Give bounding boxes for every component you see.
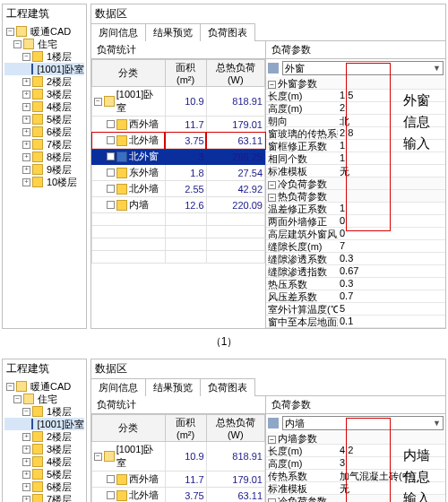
prop-row[interactable]: 窗中至本层地面距0.1 — [266, 316, 445, 328]
prop-group[interactable]: −外窗参数 — [266, 77, 445, 90]
plus-icon[interactable]: + — [22, 166, 30, 174]
tree-floor[interactable]: +10楼层 — [4, 176, 84, 188]
tree-house[interactable]: −住宅 — [4, 38, 84, 50]
prop-row[interactable]: 缝隙渗透系数0.3 — [266, 253, 445, 265]
table-row[interactable]: −[1001]卧室10.9818.91 — [92, 442, 265, 472]
tree-floor[interactable]: +8楼层 — [4, 151, 84, 163]
floor-icon — [32, 139, 43, 150]
tab[interactable]: 结果预览 — [145, 378, 201, 396]
plus-icon[interactable]: + — [22, 103, 30, 111]
data-panel: 数据区房间信息结果预览负荷图表负荷统计分类面积(m²)总热负荷(W)−[1001… — [90, 4, 446, 329]
tab[interactable]: 负荷图表 — [200, 378, 255, 396]
table-row — [92, 226, 265, 238]
tree-floor[interactable]: +9楼层 — [4, 163, 84, 176]
table-row[interactable]: 内墙12.6220.09 — [92, 197, 265, 213]
plus-icon[interactable]: + — [22, 116, 30, 124]
prop-row[interactable]: 室外计算温度(℃)5 — [266, 303, 445, 316]
prop-row[interactable]: 风压差系数0.7 — [266, 290, 445, 303]
plus-icon[interactable]: + — [22, 496, 30, 503]
prop-row[interactable]: 高层建筑外窗风力0 — [266, 228, 445, 240]
tree-floor[interactable]: +7楼层 — [4, 493, 84, 502]
prop-group[interactable]: −冷负荷参数 — [266, 177, 445, 190]
tabs: 房间信息结果预览负荷图表 — [91, 378, 445, 396]
plus-icon[interactable]: + — [22, 178, 30, 186]
tree-root[interactable]: −暖通CAD — [4, 380, 84, 393]
prop-row[interactable]: 缝隙长度(m)7 — [266, 240, 445, 253]
prop-row[interactable]: 缝隙渗透指数0.67 — [266, 265, 445, 278]
table-row[interactable]: 西外墙11.7179.01 — [92, 472, 265, 488]
load-table: 分类面积(m²)总热负荷(W)−[1001]卧室10.9818.91西外墙11.… — [91, 59, 265, 264]
plus-icon[interactable]: + — [22, 141, 30, 149]
tree-floor[interactable]: −1楼层 — [4, 405, 84, 418]
minus-icon[interactable]: − — [268, 81, 276, 89]
minus-icon[interactable]: − — [22, 53, 30, 61]
param-dropdown[interactable]: 外窗▼ — [266, 59, 445, 77]
plus-icon[interactable]: + — [22, 78, 30, 86]
plus-icon[interactable]: + — [22, 91, 30, 99]
dash-icon — [107, 201, 115, 209]
table-row[interactable]: 北外墙2.5542.92 — [92, 181, 265, 197]
minus-icon[interactable]: − — [13, 395, 22, 403]
minus-icon[interactable]: − — [6, 383, 14, 391]
plus-icon[interactable]: + — [22, 446, 30, 454]
minus-icon[interactable]: − — [22, 408, 30, 416]
prop-group[interactable]: −热负荷参数 — [266, 190, 445, 203]
tree-floor[interactable]: −1楼层 — [4, 50, 84, 63]
prop-row[interactable]: 相同个数1 — [266, 152, 445, 165]
table-row[interactable]: −[1001]卧室10.9818.91 — [92, 87, 265, 117]
table-row[interactable]: 北外窗3286.25 — [92, 149, 265, 165]
load-table: 分类面积(m²)总热负荷(W)−[1001]卧室10.9818.91西外墙11.… — [91, 414, 265, 502]
tree-room[interactable]: [1001]卧室 — [4, 418, 84, 430]
minus-icon[interactable]: − — [6, 28, 14, 36]
tab[interactable]: 房间信息 — [90, 378, 146, 396]
minus-icon[interactable]: − — [268, 436, 276, 444]
minus-icon[interactable]: − — [13, 40, 22, 48]
tree-floor[interactable]: +5楼层 — [4, 468, 84, 480]
prop-row[interactable]: 温差修正系数1 — [266, 203, 445, 215]
tree-floor[interactable]: +7楼层 — [4, 138, 84, 151]
table-row[interactable]: 北外墙3.7563.11 — [92, 488, 265, 503]
param-dropdown[interactable]: 内墙▼ — [266, 414, 445, 432]
tree-floor[interactable]: +3楼层 — [4, 443, 84, 455]
plus-icon[interactable]: + — [22, 458, 30, 466]
folder-icon — [16, 381, 27, 392]
tree-floor[interactable]: +2楼层 — [4, 430, 84, 443]
dash-icon — [107, 152, 115, 160]
minus-icon[interactable]: − — [268, 498, 276, 502]
plus-icon[interactable]: + — [22, 153, 30, 161]
plus-icon[interactable]: + — [22, 433, 30, 441]
row-icon — [116, 200, 127, 211]
prop-row[interactable]: 两面外墙修正0 — [266, 215, 445, 228]
plus-icon[interactable]: + — [22, 471, 30, 479]
floor-icon — [32, 89, 43, 100]
tree-floor[interactable]: +5楼层 — [4, 113, 84, 126]
prop-row[interactable]: 热压系数0.3 — [266, 278, 445, 290]
tree-root[interactable]: −暖通CAD — [4, 25, 84, 38]
row-icon — [116, 135, 127, 146]
tree-floor[interactable]: +2楼层 — [4, 75, 84, 88]
table-row[interactable]: 北外墙3.7563.11 — [92, 133, 265, 149]
table-row[interactable]: 西外墙11.7179.01 — [92, 117, 265, 133]
row-icon — [116, 119, 127, 130]
plus-icon[interactable]: + — [22, 483, 30, 491]
prop-row[interactable]: 标准模板无 — [266, 165, 445, 177]
tree-floor[interactable]: +6楼层 — [4, 480, 84, 493]
plus-icon[interactable]: + — [22, 128, 30, 136]
tree-floor[interactable]: +3楼层 — [4, 88, 84, 100]
dropdown-icon — [268, 63, 279, 74]
tree-floor[interactable]: +4楼层 — [4, 100, 84, 113]
minus-icon[interactable]: − — [268, 181, 276, 189]
minus-icon[interactable]: − — [268, 194, 276, 202]
prop-group[interactable]: −内墙参数 — [266, 432, 445, 445]
tab[interactable]: 结果预览 — [145, 23, 201, 41]
tree-room[interactable]: [1001]卧室 — [4, 63, 84, 75]
tree-floor[interactable]: +4楼层 — [4, 455, 84, 468]
row-icon — [116, 151, 127, 162]
table-row[interactable]: 东外墙1.827.54 — [92, 165, 265, 181]
tab[interactable]: 负荷图表 — [200, 23, 255, 41]
load-stats-header: 负荷统计 — [91, 396, 265, 414]
tree-house[interactable]: −住宅 — [4, 393, 84, 405]
floor-icon — [32, 444, 43, 454]
tab[interactable]: 房间信息 — [90, 23, 146, 41]
tree-floor[interactable]: +6楼层 — [4, 126, 84, 138]
